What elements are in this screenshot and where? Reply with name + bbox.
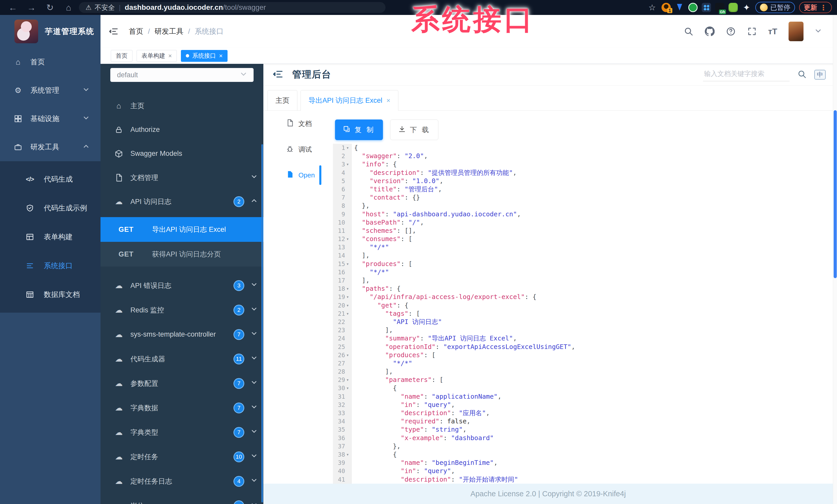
chevron-down-icon[interactable]	[251, 477, 257, 485]
line-number[interactable]: 29▾	[333, 376, 351, 384]
sidebar-item-系统管理[interactable]: ⚙系统管理	[0, 76, 101, 105]
swagger-menu-API 访问日志[interactable]: ☁API 访问日志2	[101, 189, 263, 213]
line-number[interactable]: 17	[333, 276, 351, 284]
code-line[interactable]: "paths": {	[354, 284, 575, 293]
swagger-menu-字典类型[interactable]: ☁字典类型7	[101, 420, 263, 445]
fold-arrow-icon[interactable]: ▾	[345, 450, 350, 459]
line-number[interactable]: 20▾	[333, 301, 351, 310]
close-icon[interactable]: ×	[387, 97, 390, 105]
chevron-down-icon[interactable]	[251, 355, 257, 363]
chevron-down-icon[interactable]	[815, 27, 821, 35]
line-number[interactable]: 28	[333, 368, 351, 376]
chevron-down-icon[interactable]	[251, 428, 257, 436]
line-number[interactable]: 14	[333, 251, 351, 260]
mini-menu-Open[interactable]: Open	[263, 162, 323, 188]
code-line[interactable]: "consumes": [	[354, 235, 575, 243]
code-line[interactable]: "type": "string",	[354, 426, 575, 434]
line-number[interactable]: 31	[333, 392, 351, 401]
line-number[interactable]: 1▾	[333, 144, 351, 152]
line-number[interactable]: 36	[333, 434, 351, 442]
line-number[interactable]: 39	[333, 459, 351, 467]
swagger-menu-定时任务日志[interactable]: ☁定时任务日志4	[101, 469, 263, 493]
search-icon[interactable]	[797, 70, 806, 80]
chevron-down-icon[interactable]	[251, 404, 257, 412]
doc-tab-主页[interactable]: 主页	[267, 90, 297, 111]
line-number[interactable]: 19▾	[333, 293, 351, 301]
line-number[interactable]: 35	[333, 426, 351, 434]
sidebar-toggle-icon[interactable]	[108, 26, 119, 38]
ext-circle-green-icon[interactable]	[688, 3, 698, 12]
code-line[interactable]: },	[354, 442, 575, 450]
code-line[interactable]: "name": "applicationName",	[354, 392, 575, 401]
code-line[interactable]: "host": "api-dashboard.yudao.iocoder.cn"…	[354, 210, 575, 218]
tag-表单构建[interactable]: 表单构建×	[137, 50, 177, 62]
url-path[interactable]: /tool/swagger	[223, 3, 266, 12]
sidebar-item-基础设施[interactable]: 基础设施	[0, 105, 101, 133]
code-line[interactable]: "schemes": [],	[354, 227, 575, 235]
line-number[interactable]: 4	[333, 169, 351, 177]
swagger-menu-定时任务[interactable]: ☁定时任务10	[101, 445, 263, 469]
copy-button[interactable]: 复 制	[335, 119, 383, 140]
swagger-menu-Redis 监控[interactable]: ☁Redis 监控2	[101, 298, 263, 322]
doc-search-input[interactable]: 输入文档关键字搜索	[703, 68, 789, 81]
swagger-menu-主页[interactable]: ⌂主页	[101, 94, 263, 118]
line-number[interactable]: 5	[333, 177, 351, 185]
bookmark-star-icon[interactable]: ☆	[648, 3, 656, 12]
line-number[interactable]: 37	[333, 442, 351, 450]
chevron-down-icon[interactable]	[251, 379, 257, 387]
collapse-menu-icon[interactable]	[272, 69, 283, 81]
page-scrollbar-thumb[interactable]	[834, 110, 837, 278]
line-number[interactable]: 8	[333, 202, 351, 210]
code-line[interactable]: "info": {	[354, 160, 575, 168]
sidebar-item-数据库文档[interactable]: 数据库文档	[0, 280, 101, 309]
ext-github-dark-icon[interactable]: Gh	[715, 3, 724, 12]
swagger-menu-API 错误日志[interactable]: ☁API 错误日志3	[101, 273, 263, 298]
code-lines[interactable]: { "swagger": "2.0", "info": { "descripti…	[352, 144, 575, 486]
line-number[interactable]: 40	[333, 467, 351, 475]
line-number[interactable]: 18▾	[333, 284, 351, 293]
swagger-menu-岗位[interactable]: ☁岗位	[101, 493, 263, 504]
swagger-menu-Authorize[interactable]: Authorize	[101, 118, 263, 142]
line-number[interactable]: 33	[333, 409, 351, 417]
ext-grid-blue-icon[interactable]	[702, 3, 711, 12]
fold-arrow-icon[interactable]: ▾	[345, 293, 350, 301]
code-line[interactable]: "in": "query",	[354, 401, 575, 409]
github-icon[interactable]	[705, 26, 715, 36]
browser-home-icon[interactable]: ⌂	[63, 3, 74, 13]
line-number[interactable]: 10	[333, 218, 351, 227]
browser-forward-icon[interactable]: →	[26, 3, 37, 13]
fold-arrow-icon[interactable]: ▾	[345, 351, 350, 359]
code-line[interactable]: "operationId": "exportApiAccessLogExcelU…	[354, 343, 575, 351]
language-toggle-icon[interactable]: 中	[814, 70, 826, 79]
chevron-down-icon[interactable]	[251, 281, 257, 290]
doc-tab-导出API 访问日志 Excel[interactable]: 导出API 访问日志 Excel×	[301, 90, 398, 111]
paused-profile-pill[interactable]: 已暂停	[755, 2, 795, 13]
close-icon[interactable]: ×	[219, 52, 222, 59]
page-scrollbar[interactable]	[833, 15, 837, 504]
code-line[interactable]: {	[354, 384, 575, 392]
code-line[interactable]: {	[354, 144, 575, 152]
swagger-sidebar-scrollbar[interactable]	[261, 144, 263, 502]
browser-back-icon[interactable]: ←	[7, 3, 19, 13]
code-line[interactable]: "parameters": [	[354, 376, 575, 384]
close-icon[interactable]: ×	[168, 52, 172, 59]
code-line[interactable]: "*/*"	[354, 243, 575, 251]
doc-group-select[interactable]: default	[110, 68, 253, 82]
swagger-menu-sys-sms-template-controller[interactable]: ☁sys-sms-template-controller7	[101, 322, 263, 347]
code-line[interactable]: },	[354, 202, 575, 210]
api-operation-获得API 访问日志分页[interactable]: GET获得API 访问日志分页	[101, 242, 263, 266]
fold-arrow-icon[interactable]: ▾	[345, 301, 350, 310]
mini-menu-调试[interactable]: 调试	[263, 136, 323, 162]
logo-block[interactable]: 芋道管理系统	[0, 15, 101, 48]
code-line[interactable]: "basePath": "/",	[354, 218, 575, 227]
tag-首页[interactable]: 首页	[111, 50, 132, 62]
update-button[interactable]: 更新 ⋮	[799, 2, 832, 13]
sidebar-item-代码生成示例[interactable]: 代码生成示例	[0, 194, 101, 223]
code-line[interactable]: "x-example": "dashboard"	[354, 434, 575, 442]
fold-arrow-icon[interactable]: ▾	[345, 384, 350, 392]
ext-pin-orange-icon[interactable]: 1	[661, 3, 671, 12]
line-number[interactable]: 32	[333, 401, 351, 409]
swagger-menu-代码生成器[interactable]: ☁代码生成器11	[101, 347, 263, 371]
ext-star-white-icon[interactable]: ✦	[742, 3, 751, 12]
line-number[interactable]: 7	[333, 193, 351, 202]
